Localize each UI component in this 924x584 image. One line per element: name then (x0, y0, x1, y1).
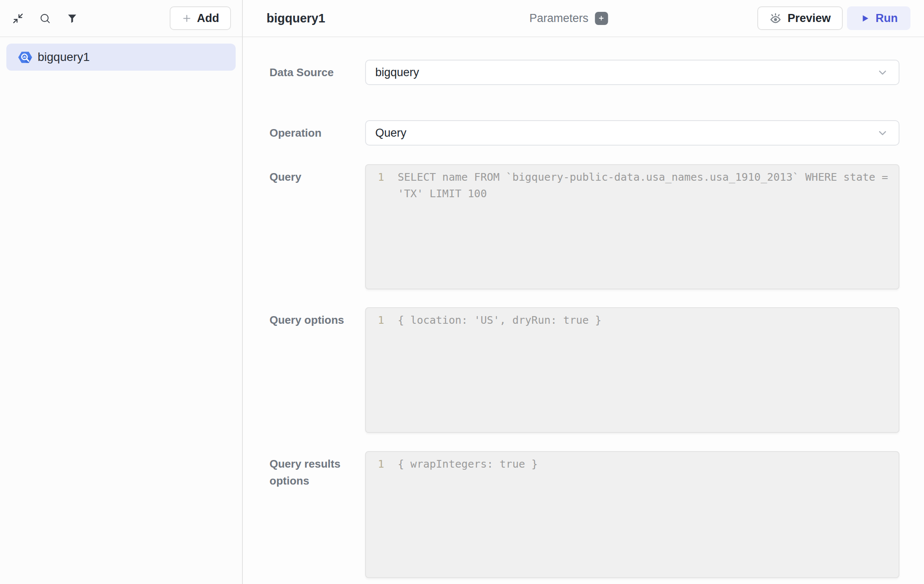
bigquery-icon (18, 50, 33, 65)
add-parameter-button[interactable] (595, 12, 608, 25)
query-list: bigquery1 (0, 37, 242, 77)
query-results-options-editor[interactable]: 1 { wrapIntegers: true } (365, 451, 899, 578)
add-button-label: Add (197, 12, 219, 25)
code-line: 1 { wrapIntegers: true } (366, 456, 894, 472)
query-options-row: Query options 1 { location: 'US', dryRun… (270, 307, 899, 433)
page-title: bigquery1 (267, 11, 325, 25)
query-options-placeholder-text: { location: 'US', dryRun: true } (398, 312, 894, 328)
search-button[interactable] (36, 9, 54, 28)
chevron-down-icon (877, 66, 888, 78)
operation-row: Operation Query (270, 120, 899, 146)
preview-button-label: Preview (787, 12, 830, 25)
line-number: 1 (366, 169, 398, 202)
data-source-label: Data Source (270, 64, 365, 81)
main-header: bigquery1 Parameters (243, 0, 924, 37)
filter-button[interactable] (63, 9, 81, 28)
preview-button[interactable]: Preview (757, 6, 842, 30)
operation-value: Query (375, 127, 407, 140)
query-options-label: Query options (270, 307, 365, 328)
add-query-button[interactable]: Add (170, 6, 231, 30)
query-list-item-bigquery1[interactable]: bigquery1 (6, 44, 236, 71)
run-button[interactable]: Run (847, 6, 910, 30)
filter-icon (66, 13, 78, 24)
parameters-group: Parameters (529, 12, 608, 25)
main-panel: bigquery1 Parameters (243, 0, 924, 584)
data-source-value: bigquery (375, 66, 419, 79)
code-line: 1 SELECT name FROM `bigquery-public-data… (366, 169, 894, 202)
collapse-icon (12, 13, 24, 24)
query-options-editor[interactable]: 1 { location: 'US', dryRun: true } (365, 307, 899, 433)
query-item-label: bigquery1 (38, 50, 90, 64)
query-code-editor[interactable]: 1 SELECT name FROM `bigquery-public-data… (365, 164, 899, 289)
query-row: Query 1 SELECT name FROM `bigquery-publi… (270, 164, 899, 289)
code-line: 1 { location: 'US', dryRun: true } (366, 312, 894, 328)
query-results-options-row: Query results options 1 { wrapIntegers: … (270, 451, 899, 578)
data-source-select[interactable]: bigquery (365, 60, 899, 85)
run-button-label: Run (876, 12, 898, 25)
parameters-label: Parameters (529, 12, 588, 25)
data-source-row: Data Source bigquery (270, 60, 899, 85)
line-number: 1 (366, 456, 398, 472)
play-icon (860, 13, 870, 24)
operation-select[interactable]: Query (365, 120, 899, 146)
query-editor-form: Data Source bigquery Operation Query (243, 37, 924, 578)
eye-icon (769, 12, 782, 25)
sidebar: Add bigquery1 (0, 0, 243, 584)
app-root: Add bigquery1 bigquery1 (0, 0, 924, 584)
query-results-options-label: Query results options (270, 451, 365, 489)
chevron-down-icon (877, 127, 888, 139)
query-label: Query (270, 164, 365, 185)
query-placeholder-text: SELECT name FROM `bigquery-public-data.u… (398, 169, 894, 202)
operation-label: Operation (270, 124, 365, 141)
query-results-options-placeholder-text: { wrapIntegers: true } (398, 456, 894, 472)
collapse-sidebar-button[interactable] (8, 9, 27, 28)
search-icon (39, 13, 51, 24)
plus-icon (597, 14, 605, 22)
header-actions: Preview Run (757, 6, 910, 30)
plus-icon (182, 13, 192, 24)
sidebar-header: Add (0, 0, 242, 37)
line-number: 1 (366, 312, 398, 328)
